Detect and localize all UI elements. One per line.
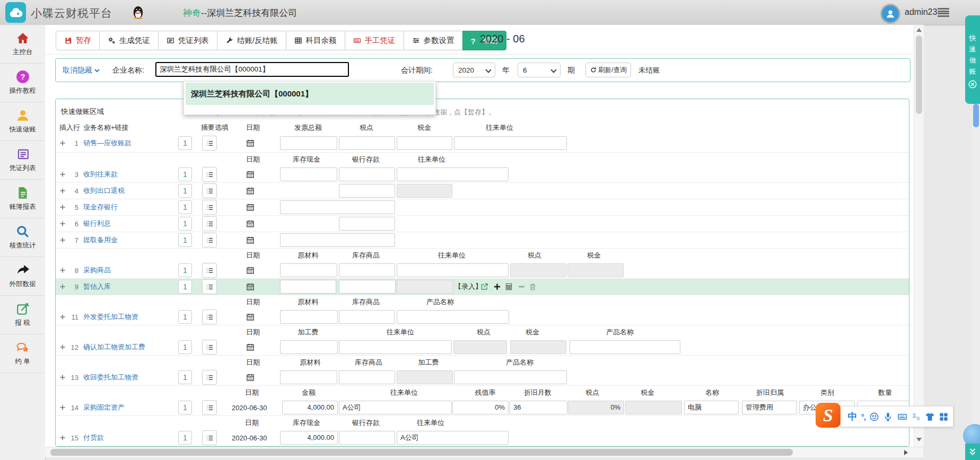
entry-count-box[interactable]: 1 — [178, 310, 192, 324]
input-field[interactable] — [280, 310, 338, 324]
insert-row-icon[interactable] — [59, 188, 66, 194]
calendar-icon[interactable] — [246, 187, 255, 195]
vertical-scroll-thumb[interactable] — [916, 36, 922, 114]
calendar-icon[interactable] — [246, 313, 255, 321]
sidebar-item-7[interactable]: 外部数据 — [0, 257, 45, 296]
month-select[interactable]: 6 — [518, 63, 561, 77]
toggle-hide-button[interactable]: 取消隐藏 — [63, 66, 100, 75]
calendar-icon[interactable] — [246, 203, 255, 211]
sidebar-item-4[interactable]: 凭证列表 — [0, 141, 45, 180]
input-field[interactable] — [339, 136, 395, 150]
summary-select-button[interactable] — [202, 183, 217, 198]
insert-row-icon[interactable] — [59, 237, 66, 243]
sidebar-item-5[interactable]: 账簿报表 — [0, 180, 45, 218]
entry-count-box[interactable]: 1 — [178, 136, 192, 150]
sidebar-item-3[interactable]: 快速做账 — [0, 102, 45, 141]
sidebar-item-8[interactable]: 报 税 — [0, 296, 45, 334]
calendar-icon[interactable] — [246, 282, 255, 291]
input-field[interactable] — [397, 310, 509, 324]
calendar-icon[interactable] — [246, 343, 255, 351]
input-field[interactable] — [280, 233, 395, 247]
summary-select-button[interactable] — [202, 167, 217, 182]
input-field[interactable]: 4,000.00 — [282, 401, 338, 414]
qq-penguin-icon[interactable] — [132, 5, 144, 19]
horizontal-scrollbar[interactable] — [45, 447, 923, 457]
ime-smiley-icon[interactable] — [869, 412, 879, 422]
entry-count-box[interactable]: 1 — [178, 263, 192, 277]
business-link[interactable]: 银行利息 — [83, 219, 111, 228]
quick-entry-side-tab[interactable]: 快速做账 — [965, 15, 980, 104]
vertical-scrollbar[interactable] — [914, 25, 924, 447]
ime-logo[interactable]: S — [816, 403, 841, 428]
toolbar-button-2[interactable]: 生成凭证 — [99, 31, 159, 50]
summary-select-button[interactable] — [202, 400, 217, 415]
summary-select-button[interactable] — [202, 279, 217, 294]
summary-select-button[interactable] — [202, 216, 217, 231]
calendar-icon[interactable] — [246, 236, 255, 244]
toolbar-button-4[interactable]: 结账/反结账 — [217, 31, 286, 50]
sidebar-item-6[interactable]: 核查统计 — [0, 218, 45, 257]
business-link[interactable]: 现金存银行 — [83, 202, 118, 212]
insert-row-icon[interactable] — [59, 204, 66, 210]
input-field[interactable] — [339, 431, 395, 445]
entry-count-box[interactable]: 1 — [178, 167, 192, 181]
business-link[interactable]: 销售—应收账款 — [83, 138, 132, 148]
calendar-icon[interactable] — [246, 170, 255, 179]
scroll-down-arrow[interactable] — [916, 438, 922, 441]
input-field[interactable] — [339, 280, 396, 294]
entry-count-box[interactable]: 1 — [178, 233, 192, 247]
ime-mic-icon[interactable] — [883, 412, 893, 422]
menu-icon[interactable] — [938, 8, 949, 17]
business-link[interactable]: 采购固定资产 — [83, 403, 125, 412]
calendar-icon[interactable] — [246, 219, 255, 228]
sidebar-item-1[interactable]: 主控台 — [0, 25, 45, 64]
input-field[interactable] — [280, 136, 337, 150]
input-field[interactable] — [280, 340, 338, 354]
input-field[interactable]: 36 — [510, 401, 567, 414]
business-link[interactable]: 付货款 — [83, 433, 104, 443]
insert-row-icon[interactable] — [59, 220, 66, 227]
summary-select-button[interactable] — [202, 430, 217, 445]
input-field[interactable]: 电脑 — [684, 401, 739, 414]
ime-coins-icon[interactable] — [911, 412, 921, 422]
minusic-icon[interactable] — [518, 283, 526, 291]
input-field[interactable]: A公司 — [339, 401, 452, 414]
input-field[interactable] — [397, 263, 509, 277]
summary-select-button[interactable] — [202, 370, 217, 385]
business-link[interactable]: 外发委托加工物资 — [83, 312, 138, 322]
insert-row-icon[interactable] — [59, 314, 66, 320]
insert-row-icon[interactable] — [59, 140, 66, 146]
refresh-query-button[interactable]: 刷新/查询 — [585, 63, 631, 77]
year-select[interactable]: 2020 — [453, 63, 495, 77]
sidebar-item-9[interactable]: 约 单 — [0, 334, 45, 373]
input-field[interactable] — [397, 136, 452, 150]
avatar[interactable] — [880, 4, 900, 24]
summary-select-button[interactable] — [202, 309, 217, 324]
date-value[interactable]: 2020-06-30 — [232, 434, 267, 442]
entry-count-box[interactable]: 1 — [178, 340, 192, 354]
scroll-right-arrow[interactable] — [904, 450, 908, 455]
company-suggest-item[interactable]: 深圳兰芝科技有限公司【000001】 — [186, 83, 434, 105]
entry-count-box[interactable]: 1 — [178, 431, 192, 445]
toolbar-button-5[interactable]: 科目余额 — [286, 31, 345, 50]
horizontal-scroll-thumb[interactable] — [50, 449, 793, 456]
ime-punctuation-mode[interactable]: °, — [861, 412, 865, 421]
insert-row-icon[interactable] — [59, 171, 66, 178]
app-logo[interactable] — [5, 2, 26, 23]
insert-row-icon[interactable] — [59, 404, 66, 411]
page-scroll-bottom-button[interactable] — [965, 444, 980, 460]
entry-count-box[interactable]: 1 — [178, 401, 192, 414]
input-field[interactable]: 0% — [452, 401, 509, 414]
input-field[interactable] — [280, 263, 337, 277]
insert-row-icon[interactable] — [59, 267, 66, 273]
entry-count-box[interactable]: 1 — [178, 184, 192, 198]
summary-select-button[interactable] — [202, 233, 217, 247]
business-link[interactable]: 采购商品 — [83, 266, 111, 275]
insert-row-icon[interactable] — [59, 374, 66, 381]
input-field[interactable] — [280, 167, 337, 181]
input-field[interactable] — [339, 167, 395, 181]
input-field[interactable] — [280, 370, 337, 384]
trashic-icon[interactable] — [529, 283, 537, 291]
category-select[interactable]: 管理费用 — [742, 401, 797, 414]
summary-select-button[interactable] — [202, 263, 217, 278]
